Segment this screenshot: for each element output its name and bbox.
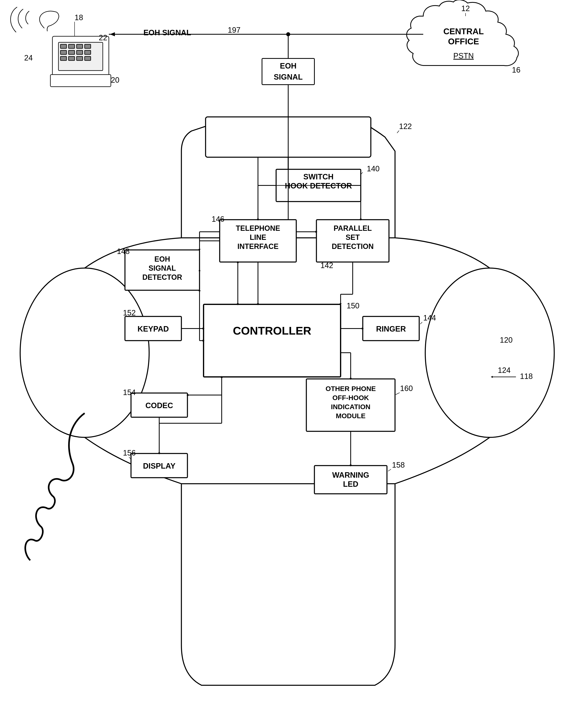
svg-text:PARALLEL: PARALLEL [334, 224, 372, 232]
svg-text:SWITCH: SWITCH [303, 173, 334, 181]
svg-rect-11 [60, 50, 66, 54]
svg-text:LINE: LINE [250, 233, 266, 241]
svg-text:OFF-HOOK: OFF-HOOK [332, 394, 369, 402]
svg-point-1 [20, 268, 149, 437]
svg-text:124: 124 [498, 366, 511, 375]
svg-text:TELEPHONE: TELEPHONE [236, 224, 280, 232]
svg-rect-17 [77, 56, 83, 60]
svg-rect-14 [85, 50, 91, 54]
svg-text:148: 148 [117, 247, 129, 256]
svg-text:OFFICE: OFFICE [448, 37, 479, 46]
svg-text:146: 146 [212, 215, 224, 223]
svg-text:SIGNAL: SIGNAL [148, 264, 176, 272]
svg-rect-99 [314, 466, 387, 494]
svg-text:DETECTOR: DETECTOR [142, 273, 182, 281]
svg-text:PSTN: PSTN [453, 52, 473, 60]
svg-text:140: 140 [367, 165, 379, 173]
svg-text:EOH: EOH [154, 255, 170, 263]
svg-text:MODULE: MODULE [336, 412, 365, 419]
svg-text:20: 20 [111, 76, 119, 84]
svg-text:SET: SET [346, 233, 360, 241]
svg-text:SIGNAL: SIGNAL [274, 73, 303, 81]
svg-text:16: 16 [512, 66, 520, 74]
svg-text:EOH SIGNAL: EOH SIGNAL [144, 28, 191, 37]
svg-text:RINGER: RINGER [376, 325, 406, 333]
svg-text:DISPLAY: DISPLAY [143, 462, 175, 470]
svg-text:LED: LED [343, 480, 358, 488]
svg-text:156: 156 [123, 449, 136, 457]
svg-rect-10 [85, 45, 91, 48]
svg-text:197: 197 [228, 26, 240, 34]
svg-text:18: 18 [75, 13, 83, 22]
svg-text:120: 120 [500, 336, 513, 344]
diagram-container: CENTRAL OFFICE PSTN 12 16 EOH SIGNAL 197… [0, 0, 576, 728]
svg-text:142: 142 [320, 261, 333, 270]
svg-text:OTHER PHONE: OTHER PHONE [325, 385, 376, 392]
svg-text:22: 22 [99, 33, 107, 42]
svg-text:118: 118 [520, 372, 533, 381]
svg-text:KEYPAD: KEYPAD [138, 325, 169, 333]
svg-rect-9 [77, 45, 83, 48]
svg-rect-7 [60, 45, 66, 48]
svg-text:12: 12 [461, 4, 470, 13]
svg-text:122: 122 [399, 122, 412, 130]
svg-text:24: 24 [24, 54, 33, 62]
svg-text:INTERFACE: INTERFACE [237, 242, 279, 251]
svg-text:160: 160 [400, 384, 413, 392]
svg-text:DETECTION: DETECTION [332, 242, 374, 251]
svg-rect-75 [204, 304, 341, 377]
svg-rect-16 [68, 56, 75, 60]
svg-rect-18 [85, 56, 91, 60]
svg-text:144: 144 [423, 314, 436, 322]
svg-text:CENTRAL: CENTRAL [443, 27, 484, 36]
svg-point-2 [425, 268, 554, 437]
svg-text:158: 158 [392, 461, 405, 469]
svg-rect-8 [68, 45, 75, 48]
svg-text:WARNING: WARNING [332, 471, 369, 479]
svg-text:154: 154 [123, 388, 136, 397]
svg-text:EOH: EOH [280, 62, 296, 70]
svg-rect-12 [68, 50, 75, 54]
svg-text:INDICATION: INDICATION [331, 403, 370, 411]
svg-text:152: 152 [123, 309, 136, 317]
svg-rect-13 [77, 50, 83, 54]
svg-text:150: 150 [347, 301, 359, 310]
svg-rect-19 [50, 75, 111, 87]
svg-rect-15 [60, 56, 66, 60]
svg-text:CODEC: CODEC [145, 401, 173, 410]
svg-text:CONTROLLER: CONTROLLER [233, 324, 311, 337]
